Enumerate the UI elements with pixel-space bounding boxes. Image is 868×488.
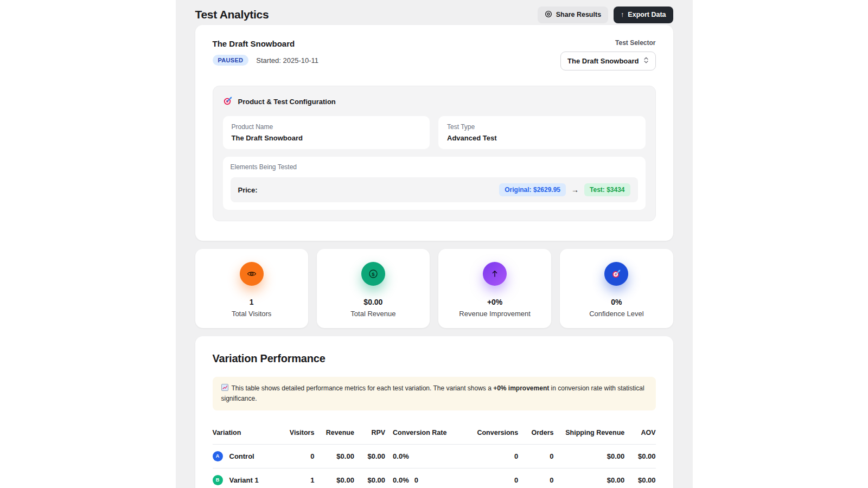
cell-aov: $0.00 — [624, 468, 655, 488]
arrow-up-icon — [483, 262, 507, 286]
note-highlight: +0% improvement — [493, 384, 549, 392]
metric-label: Revenue Improvement — [459, 310, 531, 318]
variation-performance-card: Variation Performance This table shows d… — [195, 336, 673, 488]
product-name-field: Product Name The Draft Snowboard — [223, 116, 430, 149]
col-conversion-rate: Conversion Rate — [385, 423, 461, 445]
test-type-label: Test Type — [447, 123, 637, 131]
arrow-up-icon: ↑ — [621, 11, 624, 18]
target-icon — [604, 262, 628, 286]
metric-label: Confidence Level — [589, 310, 643, 318]
col-visitors: Visitors — [270, 423, 315, 445]
topbar: Test Analytics Share Results ↑ Export Da… — [195, 0, 673, 23]
table-row-control[interactable]: AControl 0 $0.00 $0.00 0.0% 0 0 $0.00 $0… — [213, 444, 656, 468]
config-title: Product & Test Configuration — [238, 98, 336, 106]
metric-revenue-improvement: +0% Revenue Improvement — [438, 249, 551, 328]
cell-conversions: 0 — [461, 468, 518, 488]
eye-icon — [240, 262, 264, 286]
elements-tested-label: Elements Being Tested — [231, 163, 638, 171]
variation-performance-title: Variation Performance — [213, 352, 656, 365]
col-conversions: Conversions — [461, 423, 518, 445]
share-icon — [545, 10, 552, 20]
test-selector: Test Selector The Draft Snowboard — [560, 39, 655, 70]
product-name-label: Product Name — [232, 123, 422, 131]
metric-total-revenue: $ $0.00 Total Revenue — [317, 249, 430, 328]
cell-rpv: $0.00 — [354, 468, 385, 488]
cell-orders: 0 — [518, 468, 553, 488]
col-orders: Orders — [518, 423, 553, 445]
element-row-price: Price: Original: $2629.95 → Test: $3434 — [231, 177, 638, 202]
metric-value: $0.00 — [363, 298, 382, 306]
dollar-icon: $ — [361, 262, 385, 286]
performance-note: This table shows detailed performance me… — [213, 377, 656, 410]
variation-badge: B — [213, 475, 223, 485]
cell-aov: $0.00 — [624, 444, 655, 468]
cell-orders: 0 — [518, 444, 553, 468]
cell-conversion-rate: 0.0% — [385, 444, 461, 468]
cell-revenue: $0.00 — [314, 468, 354, 488]
product-name-value: The Draft Snowboard — [232, 134, 422, 142]
test-info: The Draft Snowboard PAUSED Started: 2025… — [213, 39, 319, 66]
metric-value: 1 — [250, 298, 254, 306]
col-revenue: Revenue — [314, 423, 354, 445]
performance-table: Variation Visitors Revenue RPV Conversio… — [213, 423, 656, 488]
metric-value: +0% — [487, 298, 502, 306]
topbar-actions: Share Results ↑ Export Data — [538, 7, 673, 23]
share-results-label: Share Results — [556, 11, 601, 18]
share-results-button[interactable]: Share Results — [538, 7, 608, 23]
variation-name: Variant 1 — [229, 476, 259, 484]
chevron-updown-icon — [643, 56, 649, 66]
test-selector-dropdown[interactable]: The Draft Snowboard — [560, 52, 655, 70]
arrow-right-icon: → — [571, 185, 579, 194]
variation-name: Control — [229, 452, 254, 460]
elements-tested-card: Elements Being Tested Price: Original: $… — [223, 157, 646, 210]
cell-conversions: 0 — [461, 444, 518, 468]
export-data-button[interactable]: ↑ Export Data — [614, 7, 673, 23]
variation-badge: A — [213, 451, 223, 461]
metric-value: 0% — [611, 298, 622, 306]
element-name: Price: — [238, 186, 258, 194]
cell-shipping-revenue: $0.00 — [554, 444, 625, 468]
test-selector-value: The Draft Snowboard — [567, 57, 639, 65]
status-badge: PAUSED — [213, 55, 249, 66]
chart-icon — [221, 384, 228, 394]
cell-rpv: $0.00 — [354, 444, 385, 468]
test-type-value: Advanced Test — [447, 134, 637, 142]
col-variation: Variation — [213, 423, 270, 445]
test-overview-card: The Draft Snowboard PAUSED Started: 2025… — [195, 25, 673, 241]
metric-confidence-level: 0% Confidence Level — [560, 249, 673, 328]
export-data-label: Export Data — [628, 11, 666, 18]
metrics-row: 1 Total Visitors $ $0.00 Total Revenue +… — [195, 249, 673, 328]
original-value-pill: Original: $2629.95 — [499, 183, 566, 196]
target-icon — [223, 96, 233, 107]
test-value-pill: Test: $3434 — [584, 183, 630, 196]
svg-text:$: $ — [372, 271, 375, 277]
test-type-field: Test Type Advanced Test — [438, 116, 646, 149]
metric-total-visitors: 1 Total Visitors — [195, 249, 308, 328]
metric-label: Total Revenue — [350, 310, 395, 318]
cell-revenue: $0.00 — [314, 444, 354, 468]
test-name: The Draft Snowboard — [213, 39, 319, 48]
table-header-row: Variation Visitors Revenue RPV Conversio… — [213, 423, 656, 445]
col-rpv: RPV — [354, 423, 385, 445]
config-section: Product & Test Configuration Product Nam… — [213, 86, 656, 221]
conversion-rate-extra: 0 — [414, 476, 418, 484]
cell-visitors: 0 — [270, 444, 315, 468]
test-start-date: Started: 2025-10-11 — [256, 56, 318, 65]
col-aov: AOV — [624, 423, 655, 445]
cell-conversion-rate: 0.0%0 — [385, 468, 461, 488]
cell-visitors: 1 — [270, 468, 315, 488]
table-row-variant-1[interactable]: BVariant 1 1 $0.00 $0.00 0.0%0 0 0 $0.00… — [213, 468, 656, 488]
cell-shipping-revenue: $0.00 — [554, 468, 625, 488]
metric-label: Total Visitors — [232, 310, 271, 318]
note-text: This table shows detailed performance me… — [232, 384, 494, 392]
main-content-area: Test Analytics Share Results ↑ Export Da… — [176, 0, 693, 488]
test-selector-label: Test Selector — [560, 39, 655, 47]
col-shipping-revenue: Shipping Revenue — [554, 423, 625, 445]
page-title: Test Analytics — [195, 8, 269, 21]
